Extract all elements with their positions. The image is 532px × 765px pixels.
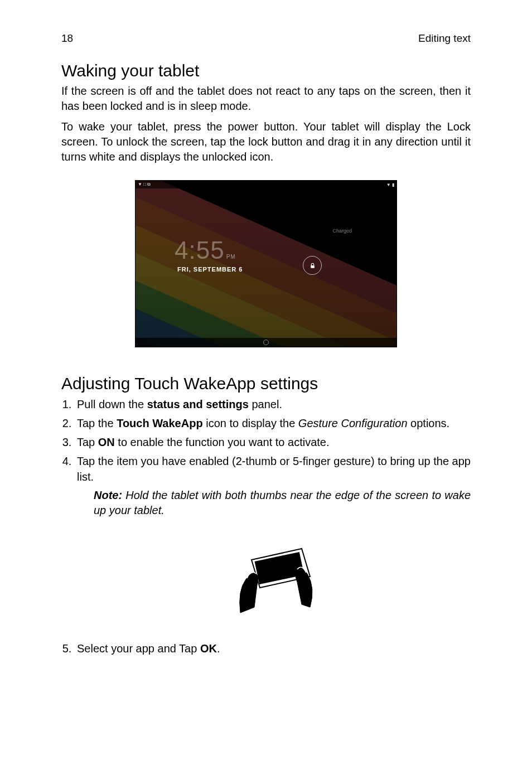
two-thumb-gesture-icon: [224, 535, 324, 618]
section1-p2: To wake your tablet, press the power but…: [61, 119, 471, 164]
note-block: Note: Hold the tablet with both thumbs n…: [94, 488, 471, 518]
header-section-label: Editing text: [418, 32, 471, 45]
note-text: Hold the tablet with both thumbs near th…: [94, 489, 471, 516]
step-text: Select your app and Tap: [77, 642, 200, 655]
status-left-icons: ▼ □ ⧉: [138, 182, 151, 187]
step-text: .: [217, 642, 220, 655]
lockscreen-charged-label: Charged: [332, 228, 352, 234]
time-ampm: PM: [226, 254, 236, 260]
page-number: 18: [61, 32, 73, 45]
step-text: icon to display the: [203, 417, 298, 429]
nav-bar: [136, 338, 396, 347]
section-heading-waking: Waking your tablet: [61, 61, 471, 80]
step-text: to enable the function you want to activ…: [115, 436, 330, 448]
page-header: 18 Editing text: [61, 32, 471, 45]
step-bold: status and settings: [147, 398, 249, 410]
lockscreen: ▼ □ ⧉ ▼ ▮ 4:55PM FRI, SEPTEMBER 6 Charge…: [135, 180, 397, 347]
section-heading-adjusting: Adjusting Touch WakeApp settings: [61, 374, 471, 393]
step-italic: Gesture Configuration: [298, 417, 408, 429]
step-bold: Touch WakeApp: [117, 417, 202, 429]
step-text: Tap the item you have enabled (2-thumb o…: [77, 455, 471, 483]
camera-icon[interactable]: [263, 340, 269, 345]
steps-list: Pull down the status and settings panel.…: [61, 396, 471, 656]
hands-figure: [77, 535, 471, 618]
step-text: options.: [408, 417, 450, 429]
lock-button[interactable]: [303, 256, 322, 275]
lock-icon: [309, 262, 316, 269]
section1-p1: If the screen is off and the tablet does…: [61, 84, 471, 114]
step-bold: ON: [98, 436, 115, 448]
step-text: Pull down the: [77, 398, 147, 410]
svg-rect-0: [311, 265, 315, 268]
note-label: Note:: [94, 489, 122, 501]
step-text: Tap the: [77, 417, 117, 429]
step-1: Pull down the status and settings panel.: [75, 396, 471, 412]
time-value: 4:55: [175, 236, 225, 264]
status-right-icons: ▼ ▮: [386, 182, 394, 187]
lockscreen-time: 4:55PM: [175, 236, 236, 264]
step-3: Tap ON to enable the function you want t…: [75, 434, 471, 450]
lockscreen-date: FRI, SEPTEMBER 6: [177, 266, 243, 273]
step-text: Tap: [77, 436, 98, 448]
step-text: panel.: [249, 398, 282, 410]
status-bar: ▼ □ ⧉ ▼ ▮: [136, 181, 396, 188]
lockscreen-figure: ▼ □ ⧉ ▼ ▮ 4:55PM FRI, SEPTEMBER 6 Charge…: [61, 180, 471, 347]
step-4: Tap the item you have enabled (2-thumb o…: [75, 453, 471, 618]
step-2: Tap the Touch WakeApp icon to display th…: [75, 415, 471, 431]
step-5: Select your app and Tap OK.: [75, 641, 471, 656]
step-bold: OK: [200, 642, 217, 655]
